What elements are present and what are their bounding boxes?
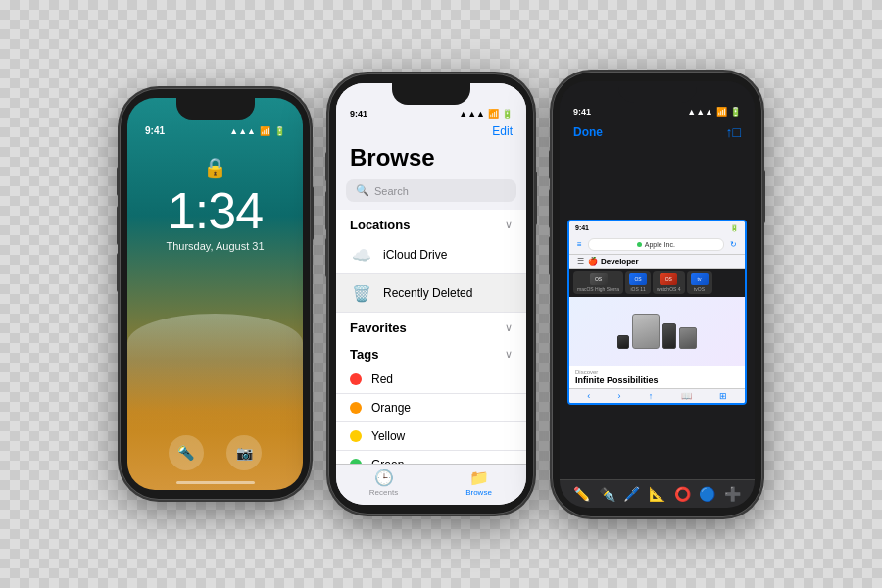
ocean-wave xyxy=(127,314,303,431)
icloud-drive-item[interactable]: ☁️ iCloud Drive xyxy=(336,236,526,274)
camera-button[interactable]: 📷 xyxy=(226,435,262,470)
mini-tabs-icon: ⊞ xyxy=(719,391,727,401)
macos-label: macOS High Sierra xyxy=(577,286,619,292)
watchos-tab: OS watchOS 4 xyxy=(653,271,684,294)
camera-icon: 📷 xyxy=(236,445,253,461)
mini-bookmarks-icon: 📖 xyxy=(681,391,692,401)
flashlight-button[interactable]: 🔦 xyxy=(169,435,204,470)
locations-chevron[interactable]: ∨ xyxy=(505,219,513,231)
tag-green[interactable]: Green xyxy=(336,451,526,464)
eraser-tool[interactable]: ⭕ xyxy=(674,486,691,502)
mini-url-bar-container: ≡ Apple Inc. ↻ xyxy=(569,235,745,255)
preview-status-icons: ▲▲▲ 📶 🔋 xyxy=(687,107,741,117)
signal-icon: ▲▲▲ xyxy=(229,126,256,136)
red-dot xyxy=(350,373,362,385)
mini-back-icon: ‹ xyxy=(587,391,590,401)
screenshot-preview: 9:41 🔋 ≡ Apple Inc. ↻ xyxy=(567,220,747,405)
pencil-tool[interactable]: ✏️ xyxy=(573,486,590,502)
phone-1-lockscreen: 9:41 ▲▲▲ 📶 🔋 🔒 1:34 Thursday, August 31 … xyxy=(120,88,311,500)
mini-devices-image xyxy=(569,297,745,366)
search-icon: 🔍 xyxy=(356,184,369,197)
recently-deleted-item[interactable]: 🗑️ Recently Deleted xyxy=(336,274,526,313)
mini-menu-icon: ☰ xyxy=(577,257,584,266)
files-nav: Edit xyxy=(336,122,526,144)
home-indicator xyxy=(176,481,255,484)
drawing-tools: ✏️ ✒️ 🖊️ 📐 ⭕ 🔵 ➕ xyxy=(560,479,755,508)
mini-back-btn: ≡ xyxy=(575,240,584,249)
ios-label: iOS 11 xyxy=(630,286,645,292)
recently-deleted-label: Recently Deleted xyxy=(383,286,472,300)
flashlight-icon: 🔦 xyxy=(177,445,194,461)
preview-wifi-icon: 📶 xyxy=(716,107,727,117)
mini-nav-bar: ☰ 🍎 Developer xyxy=(569,255,745,269)
preview-nav: Done ↑□ xyxy=(560,121,755,146)
mini-bottom-toolbar: ‹ › ↑ 📖 ⊞ xyxy=(569,388,745,403)
ios-icon: OS xyxy=(629,273,647,285)
lock-time-small: 9:41 xyxy=(145,125,165,136)
tags-section-header: Tags ∨ xyxy=(336,339,526,366)
mini-time: 9:41 xyxy=(575,224,589,232)
favorites-title: Favorites xyxy=(350,320,407,335)
tvos-tab: tv tvOS xyxy=(687,271,712,294)
phone-3-preview: 9:41 ▲▲▲ 📶 🔋 Done ↑□ 9:41 🔋 xyxy=(552,72,762,517)
done-button[interactable]: Done xyxy=(573,125,603,139)
ruler-tool[interactable]: 📐 xyxy=(649,486,665,502)
macbook-shape xyxy=(679,327,697,349)
marker-tool[interactable]: 🖊️ xyxy=(623,486,640,502)
icloud-icon: ☁️ xyxy=(350,243,373,267)
tag-red-label: Red xyxy=(371,372,393,386)
files-content: Locations ∨ ☁️ iCloud Drive 🗑️ Recently … xyxy=(336,210,526,464)
mini-discover-section: Discover Infinite Possibilities xyxy=(569,366,745,388)
search-placeholder: Search xyxy=(374,185,409,197)
battery-icon: 🔋 xyxy=(274,126,285,136)
tag-orange[interactable]: Orange xyxy=(336,394,526,422)
tags-chevron[interactable]: ∨ xyxy=(505,348,513,361)
ipad-shape xyxy=(632,314,660,349)
search-bar[interactable]: 🔍 Search xyxy=(346,179,516,202)
tab-browse[interactable]: 📁 Browse xyxy=(431,468,526,497)
orange-dot xyxy=(350,402,362,414)
tab-recents[interactable]: 🕒 Recents xyxy=(336,468,431,497)
phone-2-files: 9:41 ▲▲▲ 📶 🔋 Edit Browse 🔍 Search Locati… xyxy=(328,74,534,514)
icloud-drive-label: iCloud Drive xyxy=(383,248,447,262)
locations-section-header: Locations ∨ xyxy=(336,210,526,236)
share-button[interactable]: ↑□ xyxy=(726,124,741,140)
files-wifi-icon: 📶 xyxy=(488,109,499,119)
edit-button[interactable]: Edit xyxy=(492,124,513,138)
mini-status-bar: 9:41 🔋 xyxy=(569,221,745,235)
add-tool[interactable]: ➕ xyxy=(724,486,741,502)
pen-tool[interactable]: ✒️ xyxy=(599,486,615,502)
preview-content: 9:41 🔋 ≡ Apple Inc. ↻ xyxy=(560,146,755,479)
phone-shape xyxy=(662,323,676,349)
tags-title: Tags xyxy=(350,347,378,362)
yellow-dot xyxy=(350,430,362,442)
tag-red[interactable]: Red xyxy=(336,366,526,394)
locations-title: Locations xyxy=(350,218,410,232)
tagline-label: Infinite Possibilities xyxy=(575,375,739,386)
lock-icon: 🔒 xyxy=(203,156,227,179)
dev-label: Developer xyxy=(601,257,639,266)
files-title: Browse xyxy=(336,144,526,179)
preview-signal-icon: ▲▲▲ xyxy=(687,107,713,117)
color-picker[interactable]: 🔵 xyxy=(699,486,715,502)
files-tab-bar: 🕒 Recents 📁 Browse xyxy=(336,464,526,505)
device-shapes xyxy=(617,314,697,349)
browse-icon: 📁 xyxy=(469,468,489,487)
preview-battery-icon: 🔋 xyxy=(730,107,741,117)
favorites-chevron[interactable]: ∨ xyxy=(505,321,513,334)
watchos-label: watchOS 4 xyxy=(657,286,680,292)
lock-date: Thursday, August 31 xyxy=(166,240,264,252)
files-signal-icon: ▲▲▲ xyxy=(459,109,485,119)
preview-time: 9:41 xyxy=(573,107,591,117)
tag-orange-label: Orange xyxy=(371,401,411,415)
macos-tab: OS macOS High Sierra xyxy=(573,271,623,294)
mini-url-bar: Apple Inc. xyxy=(588,238,724,251)
secure-icon xyxy=(637,242,642,247)
tvos-label: tvOS xyxy=(694,286,705,292)
tag-yellow[interactable]: Yellow xyxy=(336,422,526,451)
watch-shape xyxy=(617,335,629,349)
macos-icon: OS xyxy=(590,273,608,285)
recents-label: Recents xyxy=(369,488,398,497)
mini-os-tabs: OS macOS High Sierra OS iOS 11 OS watchO… xyxy=(569,269,745,297)
browse-label: Browse xyxy=(466,488,492,497)
